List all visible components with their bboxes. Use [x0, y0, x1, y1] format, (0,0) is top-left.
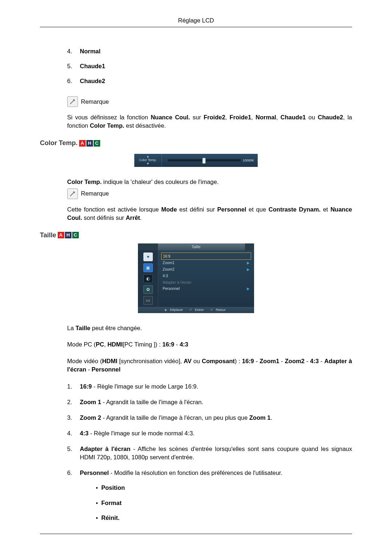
- osd-footer: ◆ Déplacer ⏎ Entrer ↺ Retour: [138, 307, 254, 313]
- osd-tab-icon: ✦: [143, 253, 153, 261]
- taille-intro: La Taille peut être changée.: [67, 324, 352, 332]
- osd-icon-column: ✦ ▣ ◐ ✿ ▭: [138, 250, 158, 307]
- list-item: 1. 16:9 - Règle l'image sur le mode Larg…: [67, 382, 352, 391]
- osd-menu-item: Adapter à l'écran: [161, 279, 251, 286]
- osd-menu-item: 4:3: [161, 272, 251, 279]
- badge-a-icon: A: [79, 140, 86, 147]
- taille-option-list: 1. 16:9 - Règle l'image sur le mode Larg…: [67, 382, 352, 529]
- colortemp-desc: Color Temp. indique la 'chaleur' des cou…: [67, 178, 352, 186]
- slider-track: [168, 159, 241, 161]
- list-item: 3. Zoom 2 - Agrandit la taille de l'imag…: [67, 414, 352, 422]
- taille-mode-video: Mode vidéo (HDMI [synchronisation vidéo]…: [67, 357, 352, 374]
- colortemp-osd-panel: ▲ Color Temp. ▼ 10000K: [134, 154, 258, 167]
- osd-menu-item: Zoom2▶: [161, 266, 251, 273]
- note-label: Remarque: [81, 98, 109, 106]
- note-paragraph: Si vous définissez la fonction Nuance Co…: [67, 113, 352, 130]
- osd-tab-icon: ▣: [143, 263, 153, 272]
- chevron-right-icon: ▶: [247, 286, 250, 291]
- list-item: Position: [93, 484, 352, 492]
- osd-tab-icon: ✿: [143, 285, 153, 294]
- list-item: 5. Chaude1: [67, 62, 352, 70]
- personnel-sublist: Position Format Réinit.: [93, 484, 352, 522]
- list-number: 5.: [67, 62, 80, 70]
- page-header: Réglage LCD: [40, 16, 352, 27]
- list-item: 4. 4:3 - Règle l'image sur le mode norma…: [67, 429, 352, 438]
- note-icon: [67, 188, 78, 199]
- list-item: 5. Adapter à l'écran - Affiche les scène…: [67, 445, 352, 461]
- list-item: 6. Personnel - Modifie la résolution en …: [67, 469, 352, 528]
- section-title-colortemp: Color Temp. A H C: [40, 139, 352, 148]
- taille-mode-pc: Mode PC (PC, HDMI[PC Timing ]) : 16:9 - …: [67, 340, 352, 349]
- list-item: Format: [93, 499, 352, 507]
- list-item: 6. Chaude2: [67, 77, 352, 85]
- list-number: 6.: [67, 77, 80, 85]
- chevron-right-icon: ▶: [247, 260, 250, 266]
- note-icon: [67, 96, 78, 107]
- osd-tab-icon: ▭: [143, 296, 153, 305]
- taille-osd-panel: Taille ✦ ▣ ◐ ✿ ▭ 16:9 Zoom1▶ Zoom2▶ 4:3 …: [138, 243, 254, 313]
- list-item: 2. Zoom 1 - Agrandit la taille de l'imag…: [67, 398, 352, 406]
- list-item: 4. Normal: [67, 47, 352, 56]
- list-number: 4.: [67, 47, 80, 56]
- badge-h-icon: H: [65, 232, 72, 238]
- slider-value: 10000K: [243, 158, 254, 163]
- chevron-right-icon: ▶: [247, 267, 250, 272]
- list-label: Normal: [80, 47, 101, 56]
- osd-menu-title: Taille: [191, 245, 200, 249]
- osd-tab-icon: ◐: [143, 274, 153, 283]
- color-tone-list: 4. Normal 5. Chaude1 6. Chaude2: [67, 47, 352, 85]
- list-item: Réinit.: [93, 514, 352, 522]
- list-label: Chaude2: [80, 77, 105, 85]
- badge-c-icon: C: [72, 232, 79, 238]
- note-label: Remarque: [81, 189, 109, 198]
- note-paragraph: Cette fonction est activée lorsque Mode …: [67, 205, 352, 222]
- badge-c-icon: C: [94, 140, 100, 147]
- osd-menu-item: Personnel▶: [161, 286, 251, 292]
- arrow-down-icon: ▼: [146, 162, 150, 166]
- osd-menu-item: 16:9: [161, 253, 251, 260]
- osd-menu-item: Zoom1▶: [161, 260, 251, 266]
- osd-menu-list: 16:9 Zoom1▶ Zoom2▶ 4:3 Adapter à l'écran…: [158, 250, 254, 307]
- badge-h-icon: H: [86, 140, 93, 147]
- footer-rule: [40, 534, 352, 534]
- section-title-taille: Taille A H C: [40, 231, 352, 240]
- list-label: Chaude1: [80, 62, 105, 70]
- badge-a-icon: A: [58, 232, 64, 238]
